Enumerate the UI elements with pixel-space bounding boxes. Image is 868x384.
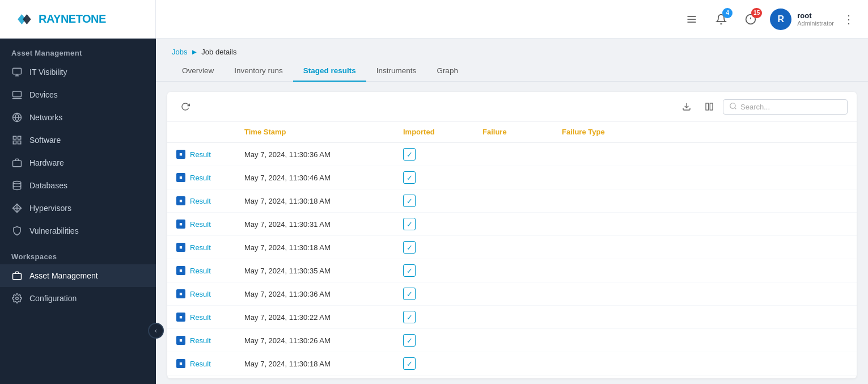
gear-icon [11,293,23,304]
row-label-5[interactable]: Result [190,267,211,275]
sidebar-item-software[interactable]: Software [0,129,156,151]
table-row[interactable]: ■ Result May 7, 2024, 11:30:46 AM ✓ [167,166,857,189]
svg-rect-18 [13,161,22,167]
table-area: Time Stamp Imported Failure Failure Type… [167,92,857,378]
row-label-2[interactable]: Result [190,197,211,205]
row-icon-3: ■ [176,220,185,229]
columns-button[interactable] [700,98,718,116]
sidebar-item-configuration[interactable]: Configuration [0,287,156,310]
sidebar-label-configuration: Configuration [29,294,77,303]
cell-failure-type-5 [553,259,857,282]
row-label-3[interactable]: Result [190,220,211,229]
search-input[interactable] [740,103,841,111]
sidebar-item-hardware[interactable]: Hardware [0,151,156,174]
tab-inventory-runs[interactable]: Inventory runs [224,61,293,82]
sidebar-item-asset-management[interactable]: Asset Management [0,264,156,287]
breadcrumb: Jobs ► Job details [156,39,868,56]
cell-imported-4: ✓ [394,236,473,259]
cell-imported-1: ✓ [394,166,473,189]
tab-graph[interactable]: Graph [426,61,468,82]
breadcrumb-current: Job details [201,48,236,56]
cell-failure-9 [473,352,553,375]
table-header-row: Time Stamp Imported Failure Failure Type [167,122,857,142]
row-icon-8: ■ [176,336,185,345]
col-header-failure: Failure [473,122,553,142]
avatar: R [770,9,791,30]
row-label-0[interactable]: Result [190,150,211,159]
cell-type-3: ■ Result [167,213,235,236]
tab-staged-results[interactable]: Staged results [293,61,366,82]
row-label-8[interactable]: Result [190,336,211,345]
cell-failure-type-0 [553,142,857,166]
table-row[interactable]: ■ Result May 7, 2024, 11:30:31 AM ✓ [167,213,857,236]
imported-check-${i}: ✓ [403,171,416,184]
table-row[interactable]: ■ Result May 7, 2024, 11:30:22 AM ✓ [167,306,857,329]
cell-type-1: ■ Result [167,166,235,189]
cell-imported-7: ✓ [394,306,473,329]
user-info[interactable]: R root Administrator [770,9,834,30]
svg-rect-22 [13,273,22,280]
menu-icon[interactable] [681,9,702,29]
row-icon-5: ■ [176,266,185,275]
row-icon-4: ■ [176,243,185,252]
sidebar-item-devices[interactable]: Devices [0,83,156,106]
sidebar-item-it-visibility[interactable]: IT Visibility [0,61,156,83]
row-label-6[interactable]: Result [190,290,211,298]
notifications-bell[interactable]: 4 [711,9,731,29]
cell-failure-8 [473,329,553,352]
table-row[interactable]: ■ Result May 7, 2024, 11:30:18 AM ✓ [167,352,857,375]
cell-failure-4 [473,236,553,259]
svg-point-23 [16,297,19,300]
sidebar-item-networks[interactable]: Networks [0,106,156,129]
imported-check-${i}: ✓ [403,264,416,277]
imported-check-${i}: ✓ [403,311,416,323]
alerts-icon[interactable]: 15 [740,9,761,29]
logo-part1: RAYNET [39,12,82,25]
tab-overview[interactable]: Overview [172,61,224,82]
sidebar-item-databases[interactable]: Databases [0,174,156,197]
row-label-1[interactable]: Result [190,174,211,182]
row-icon-7: ■ [176,313,185,322]
table-row[interactable]: ■ Result May 7, 2024, 11:30:36 AM ✓ [167,282,857,306]
tabs-bar: Overview Inventory runs Staged results I… [156,56,868,82]
cell-type-7: ■ Result [167,306,235,329]
sidebar-collapse-button[interactable]: ‹ [148,323,164,339]
cell-imported-9: ✓ [394,352,473,375]
table-row[interactable]: ■ Result May 7, 2024, 11:30:36 AM ✓ [167,142,857,166]
export-button[interactable] [678,98,696,116]
results-table: Time Stamp Imported Failure Failure Type… [167,122,857,375]
row-label-4[interactable]: Result [190,243,211,252]
cell-failure-type-4 [553,236,857,259]
svg-point-19 [13,182,21,184]
sidebar-item-hypervisors[interactable]: Hypervisors [0,197,156,220]
breadcrumb-parent[interactable]: Jobs [172,48,187,56]
table-row[interactable]: ■ Result May 7, 2024, 11:30:26 AM ✓ [167,329,857,352]
tab-instruments[interactable]: Instruments [366,61,427,82]
cell-timestamp-7: May 7, 2024, 11:30:22 AM [235,306,394,329]
more-menu-button[interactable]: ⋮ [843,12,854,26]
user-name: root [797,11,834,20]
sidebar-label-software: Software [29,136,61,145]
logo-part2: ONE [82,12,106,25]
sidebar-label-hypervisors: Hypervisors [29,204,71,213]
svg-line-28 [735,107,736,109]
cell-type-5: ■ Result [167,259,235,282]
search-box[interactable] [723,99,848,115]
cell-timestamp-9: May 7, 2024, 11:30:18 AM [235,352,394,375]
cell-timestamp-0: May 7, 2024, 11:30:36 AM [235,142,394,166]
cell-failure-7 [473,306,553,329]
cell-timestamp-2: May 7, 2024, 11:30:18 AM [235,189,394,213]
table-row[interactable]: ■ Result May 7, 2024, 11:30:35 AM ✓ [167,259,857,282]
table-row[interactable]: ■ Result May 7, 2024, 11:30:18 AM ✓ [167,189,857,213]
sidebar: Asset Management IT Visibility Devices N… [0,39,156,384]
cell-imported-8: ✓ [394,329,473,352]
row-label-7[interactable]: Result [190,313,211,322]
col-header-imported: Imported [394,122,473,142]
row-label-9[interactable]: Result [190,360,211,368]
col-header-failure-type: Failure Type [553,122,857,142]
refresh-button[interactable] [176,98,194,116]
svg-rect-15 [18,136,21,139]
sidebar-item-vulnerabilities[interactable]: Vulnerabilities [0,220,156,242]
svg-rect-26 [710,103,713,110]
table-row[interactable]: ■ Result May 7, 2024, 11:30:18 AM ✓ [167,236,857,259]
